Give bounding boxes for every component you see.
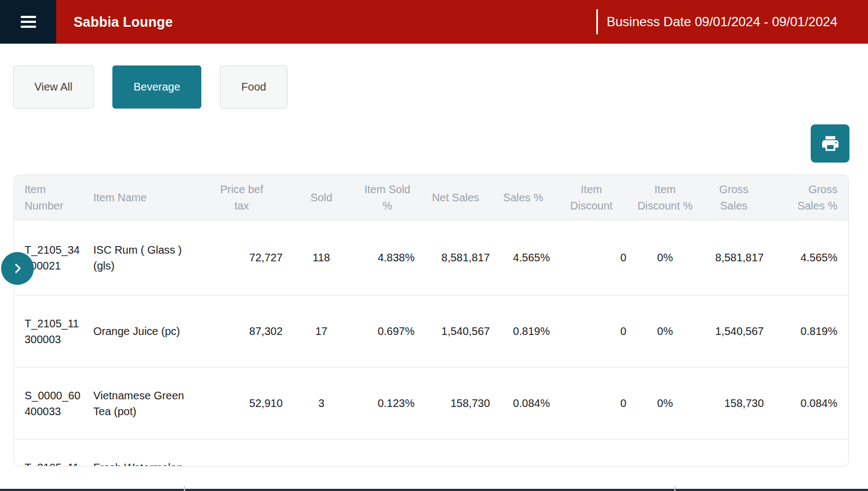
cell-gross-sales-pct <box>767 440 849 467</box>
cell-item-discount-pct: 0% <box>630 368 701 440</box>
cell-item-sold-pct: 0.697% <box>357 296 418 368</box>
cell-sold: 3 <box>286 368 357 440</box>
cell-gross-sales: 1,540,567 <box>701 296 767 368</box>
cell-gross-sales: 158,730 <box>701 368 767 440</box>
cell-item-discount-pct <box>630 440 701 467</box>
bottom-bar-tick <box>184 486 185 491</box>
cell-gross-sales-pct: 4.565% <box>767 220 849 296</box>
print-button[interactable] <box>811 124 849 163</box>
bottom-bar <box>0 489 868 491</box>
cell-gross-sales: 8,581,817 <box>701 220 767 296</box>
column-header-net-sales: Net Sales <box>418 175 493 220</box>
column-header-price-bef-tax: Price bef tax <box>197 175 286 220</box>
expand-row-button[interactable] <box>1 252 34 285</box>
cell-item-discount <box>553 440 630 467</box>
menu-button[interactable] <box>0 0 56 44</box>
column-header-item-name: Item Name <box>83 175 197 220</box>
cell-item-sold-pct: 4.838% <box>357 220 418 296</box>
filter-beverage[interactable]: Beverage <box>112 65 202 109</box>
filter-food[interactable]: Food <box>220 65 288 109</box>
filter-view-all[interactable]: View All <box>13 65 94 109</box>
items-table: Item Number Item Name Price bef tax Sold… <box>14 175 849 466</box>
cell-gross-sales-pct: 0.819% <box>767 296 849 368</box>
cell-price-bef-tax: 72,727 <box>197 220 286 296</box>
column-header-sold: Sold <box>286 175 357 220</box>
business-date-range[interactable]: Business Date 09/01/2024 - 09/01/2024 <box>607 14 837 29</box>
cell-item-number: T_2105_11 <box>14 440 83 467</box>
app-header: Sabbia Lounge Business Date 09/01/2024 -… <box>0 0 868 44</box>
cell-item-discount-pct: 0% <box>630 220 701 296</box>
cell-price-bef-tax: 87,302 <box>197 296 286 368</box>
cell-net-sales: 8,581,817 <box>418 220 493 296</box>
cell-gross-sales-pct: 0.084% <box>767 368 849 440</box>
table-row: T_2105_11 300003 Orange Juice (pc) 87,30… <box>14 296 849 368</box>
hamburger-icon <box>21 16 36 28</box>
cell-sales-pct: 0.819% <box>493 296 553 368</box>
cell-item-sold-pct: 0.123% <box>357 368 418 440</box>
column-header-gross-sales: Gross Sales <box>701 175 767 220</box>
table-row: T_2105_11 Fresh Watermelon <box>14 440 849 467</box>
filter-bar: View All Beverage Food <box>13 65 288 109</box>
column-header-item-discount: Item Discount <box>553 175 630 220</box>
cell-sales-pct <box>493 440 553 467</box>
cell-item-sold-pct <box>357 440 418 467</box>
chevron-right-icon <box>10 261 25 276</box>
cell-gross-sales <box>701 440 767 467</box>
column-header-sales-pct: Sales % <box>493 175 553 220</box>
table-body: T_2105_34 300021 ISC Rum ( Glass ) (gls)… <box>14 220 849 467</box>
cell-sales-pct: 4.565% <box>493 220 553 296</box>
cell-item-name: Vietnamese Green Tea (pot) <box>83 368 197 440</box>
cell-item-name: Fresh Watermelon <box>83 440 197 467</box>
cell-item-discount: 0 <box>553 220 630 296</box>
column-header-gross-sales-pct: Gross Sales % <box>767 175 849 220</box>
cell-item-discount: 0 <box>553 368 630 440</box>
column-header-item-discount-pct: Item Discount % <box>630 175 701 220</box>
cell-sales-pct: 0.084% <box>493 368 553 440</box>
cell-item-discount-pct: 0% <box>630 296 701 368</box>
cell-price-bef-tax: 52,910 <box>197 368 286 440</box>
table-row: T_2105_34 300021 ISC Rum ( Glass ) (gls)… <box>14 220 849 296</box>
cell-item-discount: 0 <box>553 296 630 368</box>
cell-net-sales <box>418 440 493 467</box>
cell-net-sales: 1,540,567 <box>418 296 493 368</box>
cell-net-sales: 158,730 <box>418 368 493 440</box>
printer-icon <box>821 134 840 153</box>
cell-item-name: Orange Juice (pc) <box>83 296 197 368</box>
table-row: S_0000_60 400033 Vietnamese Green Tea (p… <box>14 368 849 440</box>
cell-item-number: S_0000_60 400033 <box>14 368 83 440</box>
column-header-item-sold-pct: Item Sold % <box>357 175 418 220</box>
cell-sold: 17 <box>286 296 357 368</box>
cell-price-bef-tax <box>197 440 286 467</box>
cell-item-name: ISC Rum ( Glass ) (gls) <box>83 220 197 296</box>
page-title: Sabbia Lounge <box>74 14 173 30</box>
bottom-bar-tick <box>674 486 675 491</box>
cell-sold: 118 <box>286 220 357 296</box>
column-header-item-number: Item Number <box>14 175 83 220</box>
cell-sold <box>286 440 357 467</box>
header-divider <box>596 9 598 34</box>
table-header: Item Number Item Name Price bef tax Sold… <box>14 175 849 220</box>
cell-item-number: T_2105_11 300003 <box>14 296 83 368</box>
